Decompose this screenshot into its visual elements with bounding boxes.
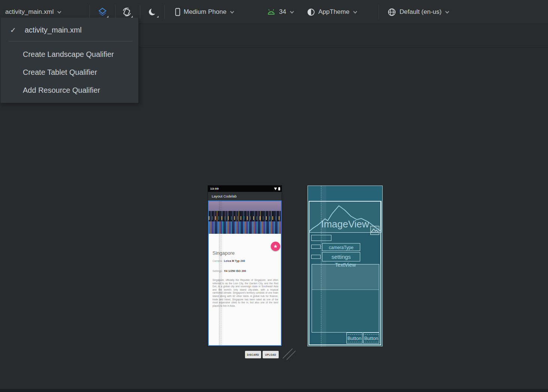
camera-row[interactable]: Camera:Leica M Typ 240 xyxy=(212,260,245,262)
layers-icon xyxy=(97,7,108,17)
toolbar-separator xyxy=(164,5,165,19)
blueprint-guideline[interactable] xyxy=(321,186,321,347)
app-bar: Layout Codelab xyxy=(208,192,282,200)
camera-type-id-label: cameraType xyxy=(322,245,360,250)
toolbar-separator xyxy=(379,5,379,19)
android-icon xyxy=(267,9,276,15)
locale-selector-label: Default (en-us) xyxy=(399,8,441,16)
status-icons xyxy=(274,187,280,190)
blueprint-textview-fill xyxy=(312,264,379,290)
guideline xyxy=(221,201,221,347)
theme-selector-dropdown[interactable]: AppTheme xyxy=(307,0,358,24)
phone-icon xyxy=(175,8,180,16)
blueprint-title-textview[interactable] xyxy=(311,235,331,241)
blueprint-upload-button[interactable]: Button xyxy=(363,333,379,344)
blueprint-camera-type-textview[interactable]: cameraType xyxy=(322,243,360,251)
chevron-down-icon xyxy=(57,10,62,14)
design-preview-device[interactable]: 13:00 Layout Codelab xyxy=(208,186,282,346)
menu-item-create-landscape-qualifier[interactable]: Create Landscape Qualifier xyxy=(0,45,138,63)
blueprint-description-textview[interactable]: TextView xyxy=(312,264,379,333)
toolbar-separator xyxy=(140,5,140,19)
file-qualifier-menu: ✓ activity_main.xml Create Landscape Qua… xyxy=(0,18,139,103)
night-mode-icon xyxy=(147,7,158,17)
settings-value: f/4 1/250 ISO 200 xyxy=(224,270,246,272)
blueprint-app-bar xyxy=(308,186,382,201)
api-version-dropdown[interactable]: 34 xyxy=(267,0,294,24)
menu-separator xyxy=(9,41,132,42)
menu-item-add-resource-qualifier[interactable]: Add Resource Qualifier xyxy=(0,81,138,99)
blueprint-preview-device[interactable]: ImageView cameraType settings TextView xyxy=(307,186,383,346)
discard-button[interactable]: DISCARD xyxy=(245,351,261,358)
menu-item-create-tablet-qualifier[interactable]: Create Tablet Qualifier xyxy=(0,63,138,81)
design-surface-mode-button[interactable] xyxy=(96,5,109,19)
menu-item-activity-main[interactable]: ✓ activity_main.xml xyxy=(0,21,138,39)
camera-value: Leica M Typ 240 xyxy=(224,260,245,262)
canvas-resize-handle[interactable] xyxy=(281,347,297,361)
theme-contrast-icon xyxy=(307,8,315,16)
toolbar-separator xyxy=(89,5,90,19)
blueprint-discard-button[interactable]: Button xyxy=(346,333,362,344)
file-selector-label: activity_main.xml xyxy=(5,8,53,16)
status-time: 13:00 xyxy=(210,187,219,190)
bottom-bar xyxy=(0,389,548,392)
wifi-icon xyxy=(274,187,277,190)
root-layout-selected[interactable]: ★ Singapore Camera:Leica M Typ 240 Setti… xyxy=(208,200,282,346)
chevron-down-icon xyxy=(230,10,235,14)
battery-icon xyxy=(278,187,280,190)
check-icon: ✓ xyxy=(10,26,18,34)
image-icon xyxy=(371,226,379,234)
star-icon: ★ xyxy=(273,244,278,249)
chevron-down-icon xyxy=(445,10,450,14)
night-mode-button[interactable] xyxy=(146,5,159,19)
settings-id-label: settings xyxy=(322,254,360,260)
status-bar: 13:00 xyxy=(208,186,282,192)
dropdown-corner-icon xyxy=(157,16,159,18)
settings-row[interactable]: Settings:f/4 1/250 ISO 200 xyxy=(212,270,246,272)
chevron-down-icon xyxy=(290,10,294,14)
app-bar-title: Layout Codelab xyxy=(212,194,237,198)
layout-editor: activity_main.xml xyxy=(0,0,548,392)
globe-icon xyxy=(388,8,396,16)
upload-button[interactable]: UPLOAD xyxy=(263,351,279,358)
toolbar-separator xyxy=(115,5,116,19)
device-selector-label: Medium Phone xyxy=(184,8,226,16)
locale-selector-dropdown[interactable]: Default (en-us) xyxy=(388,0,450,24)
api-version-label: 34 xyxy=(279,8,286,16)
blueprint-settings-textview[interactable]: settings xyxy=(322,252,360,261)
chevron-down-icon xyxy=(353,10,358,14)
blueprint-settings-label[interactable] xyxy=(311,255,321,259)
favorite-fab-button[interactable]: ★ xyxy=(271,242,280,251)
textview-label: TextView xyxy=(312,262,379,268)
blueprint-fab[interactable] xyxy=(370,226,379,235)
theme-selector-label: AppTheme xyxy=(318,8,349,16)
orientation-button[interactable] xyxy=(120,5,134,19)
button-label: Button xyxy=(346,334,362,342)
device-selector-dropdown[interactable]: Medium Phone xyxy=(175,0,235,24)
menu-item-label: activity_main.xml xyxy=(25,26,82,34)
button-label: Button xyxy=(363,334,379,342)
blueprint-camera-label[interactable] xyxy=(311,245,321,249)
